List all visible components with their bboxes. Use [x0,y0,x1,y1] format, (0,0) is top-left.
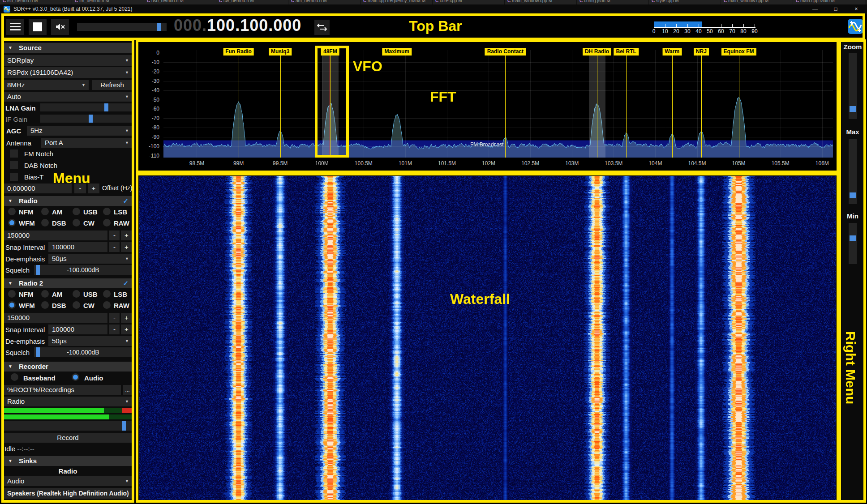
station-label[interactable]: Warm [662,48,682,56]
radio2-bw-minus-button[interactable]: - [109,313,120,323]
zoom-slider[interactable] [849,53,857,119]
station-label[interactable]: Equinox FM [721,48,756,56]
recorder-stream-select[interactable]: Radio▼ [4,397,132,406]
menu-toggle-button[interactable] [6,19,24,35]
recorder-audio-radio[interactable] [72,373,79,381]
min-slider[interactable] [849,223,857,264]
editor-tab[interactable]: C am_demod.h M [288,0,361,4]
source-driver-select[interactable]: SDRplay▼ [4,55,132,66]
radio2-snap-plus-button[interactable]: + [121,325,132,334]
mode-label-dsb[interactable]: DSB [52,219,66,227]
station-label[interactable]: Fun Radio [223,48,254,56]
antenna-select[interactable]: Port A▼ [41,138,132,148]
mode-radio-usb[interactable] [73,290,80,298]
mode-label-raw[interactable]: RAW [114,302,129,309]
mode-radio-cw[interactable] [73,219,80,226]
radio2-deemphasis-select[interactable]: 50µs▼ [48,336,132,346]
mode-radio-wfm[interactable] [8,301,16,309]
editor-tab[interactable]: C config.json M [577,0,649,4]
sink-device-select[interactable]: Speakers (Realtek High Definition Audio) [4,488,132,499]
editor-tab[interactable]: C cw_demod.h M [216,0,288,4]
radio2-snap-input[interactable]: 100000 [48,325,107,334]
radio2-squelch-slider[interactable]: -100.000dB [34,347,132,357]
mode-label-am[interactable]: AM [52,290,62,298]
mode-radio-wfm[interactable] [8,219,16,226]
mode-label-wfm[interactable]: WFM [19,219,35,227]
sink-type-select[interactable]: Audio▼ [4,476,132,486]
mode-radio-cw[interactable] [73,301,80,309]
station-label[interactable]: 48FM [321,48,339,56]
mode-radio-dsb[interactable] [41,301,49,309]
editor-tab[interactable]: C style.cpp M [649,0,721,4]
mode-radio-nfm[interactable] [8,290,16,298]
mode-label-dsb[interactable]: DSB [52,302,66,309]
enabled-check-icon[interactable]: ✓ [123,196,129,206]
agc-select[interactable]: 5Hz▼ [27,126,132,136]
station-label[interactable]: Radio Contact [485,48,526,56]
source-device-select[interactable]: RSPdx (191106DA42)▼ [4,67,132,78]
frequency-display[interactable]: 000.100.100.000 [174,16,301,35]
station-label[interactable]: NRJ [694,48,709,56]
mode-label-cw[interactable]: CW [83,302,94,309]
close-button[interactable]: × [846,4,866,14]
waterfall-canvas[interactable] [139,176,836,500]
radio1-snap-input[interactable]: 100000 [48,242,107,252]
radio1-deemphasis-select[interactable]: 50µs▼ [48,254,132,264]
radio1-bw-minus-button[interactable]: - [109,231,120,240]
radio1-snap-plus-button[interactable]: + [121,242,132,252]
mode-label-am[interactable]: AM [52,208,62,216]
sinks-section-header[interactable]: ▼Sinks [4,456,132,466]
mode-radio-raw[interactable] [103,301,111,309]
editor-tab[interactable]: C main_window.cpp M [505,0,577,4]
mode-label-wfm[interactable]: WFM [19,302,35,309]
recorder-path-input[interactable]: %ROOT%/Recordings [4,385,121,395]
samplerate-select[interactable]: 8MHz▼ [4,80,89,90]
enabled-check-icon[interactable]: ✓ [123,278,129,288]
max-slider[interactable] [849,139,857,204]
radio1-squelch-slider[interactable]: -100.000dB [34,265,132,275]
mode-radio-usb[interactable] [73,208,80,215]
mode-radio-am[interactable] [41,290,49,298]
start-stop-button[interactable] [29,19,47,35]
mode-radio-nfm[interactable] [8,208,16,215]
editor-tab[interactable]: C usb_demod.h M [144,0,216,4]
station-label[interactable]: Musiq3 [269,48,292,56]
fm-notch-checkbox[interactable] [10,149,18,158]
right-menu-scrollbar[interactable] [837,89,839,115]
editor-tab[interactable]: C main.cpp frequency_mana M [361,0,433,4]
editor-tab[interactable]: C core.cpp M [433,0,505,4]
recorder-browse-button[interactable]: ... [123,385,132,395]
radio1-snap-minus-button[interactable]: - [109,242,120,252]
if-gain-slider[interactable] [40,115,132,123]
station-label[interactable]: DH Radio [583,48,611,56]
mode-radio-am[interactable] [41,208,49,215]
mode-radio-raw[interactable] [103,219,111,226]
editor-tab[interactable]: C isb_demod.h M [0,0,72,4]
mode-label-raw[interactable]: RAW [114,219,129,227]
mode-label-cw[interactable]: CW [83,219,94,227]
radio2-section-header[interactable]: ▼Radio 2✓ [4,278,132,288]
dab-notch-checkbox[interactable] [10,161,18,169]
gain-mode-select[interactable]: Auto▼ [4,92,132,102]
bias-t-checkbox[interactable] [10,173,18,181]
station-label[interactable]: Bel RTL [614,48,639,56]
mode-label-nfm[interactable]: NFM [19,208,34,216]
source-section-header[interactable]: ▼Source [4,43,132,53]
mode-radio-lsb[interactable] [103,290,111,298]
editor-tab[interactable]: C main.cpp radio M [793,0,865,4]
volume-slider[interactable] [77,23,167,31]
radio-section-header[interactable]: ▼Radio✓ [4,196,132,206]
station-label[interactable]: Maximum [382,48,412,56]
mode-label-lsb[interactable]: LSB [114,290,127,298]
radio2-snap-minus-button[interactable]: - [109,325,120,334]
record-button[interactable]: Record [4,433,132,443]
recorder-baseband-radio[interactable] [11,373,18,381]
radio1-bandwidth-input[interactable]: 150000 [4,231,107,240]
editor-tab[interactable]: C main_window.cpp M [721,0,793,4]
recorder-section-header[interactable]: ▼Recorder [4,362,132,372]
minimize-button[interactable]: — [805,4,825,14]
radio2-bandwidth-input[interactable]: 150000 [4,313,107,323]
radio2-bw-plus-button[interactable]: + [121,313,132,323]
mode-label-usb[interactable]: USB [83,290,98,298]
mode-radio-dsb[interactable] [41,219,49,226]
